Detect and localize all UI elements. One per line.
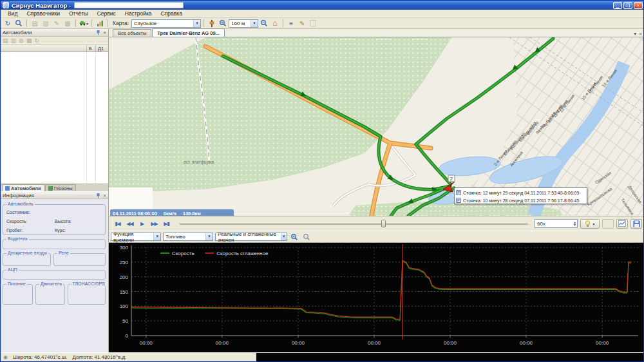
grid-button[interactable]: ▤	[30, 19, 40, 28]
chart-mode-select[interactable]: Функция времени▾	[111, 233, 161, 241]
zoom-in-button[interactable]	[218, 19, 228, 28]
map-tab-bar: Все объекты Трек Daimler-Benz AG 09... ▾…	[109, 29, 644, 37]
magnifier-minus-icon	[260, 19, 268, 27]
close-button[interactable]: ×	[634, 2, 643, 9]
tab-all-objects[interactable]: Все объекты	[113, 29, 151, 37]
chart-zoom-in-button[interactable]	[289, 233, 299, 242]
map-view[interactable]: 2 18-я Линия16-я Линия15-я Линия12-я Лин…	[109, 37, 644, 216]
track-slider-button[interactable]	[207, 19, 217, 28]
tab-vehicles[interactable]: Автомобили	[2, 184, 44, 191]
tab-track[interactable]: Трек Daimler-Benz AG 09...	[152, 28, 225, 37]
map-select[interactable]: CityGuide ▾	[131, 19, 201, 28]
group-title: Двигатель	[39, 281, 63, 286]
table-button[interactable]: ▦	[62, 19, 73, 28]
chart-values-select[interactable]: Реальные и сглаженные значен▾	[215, 233, 287, 241]
show-chart-button[interactable]	[616, 219, 628, 229]
tab-geozones[interactable]: Геозоны	[45, 184, 76, 191]
close-icon[interactable]: ×	[103, 30, 106, 35]
chart-param-select[interactable]: Топливо▾	[163, 233, 213, 241]
zoom-out-button[interactable]	[259, 19, 269, 28]
chevron-down-icon[interactable]: ▾	[634, 31, 636, 37]
notes-button[interactable]: ✎	[297, 19, 307, 28]
print-button[interactable]: ▤	[3, 37, 8, 44]
field-state: Состояние:	[6, 210, 30, 214]
status-bar: ◉ Широта: 46.47401°с.ш. Долгота: 41.4801…	[1, 352, 644, 362]
menu-item-вид[interactable]: Вид	[3, 10, 22, 17]
menu-item-настройка[interactable]: Настройка	[120, 10, 156, 17]
vehicles-panel-header: Автомобили ×	[1, 29, 108, 37]
empty-button[interactable]	[602, 219, 614, 229]
chevron-down-icon[interactable]: ▾	[281, 233, 287, 240]
vehicles-tab-icon	[5, 186, 10, 191]
main-toolbar: ↻ ▤ ▥ ✎ ▦ ▾ Карта: CityGuide ▾ 160 м ▾ ⌂…	[1, 18, 644, 29]
power-group: Питание	[3, 284, 33, 305]
chevron-down-icon[interactable]: ▾	[153, 233, 160, 240]
column-d1[interactable]: Д1	[95, 45, 108, 52]
driver-group: Водитель	[3, 239, 106, 249]
chevron-down-icon[interactable]: ▾	[592, 222, 594, 226]
report-chart-button[interactable]	[95, 19, 105, 28]
status-latitude: Широта: 46.47401°с.ш.	[13, 354, 67, 360]
play-button[interactable]: ▶	[136, 218, 148, 229]
chevron-down-icon[interactable]: ▾	[193, 20, 200, 27]
select-value: Реальные и сглаженные значен	[218, 231, 281, 243]
chevron-down-icon[interactable]: ▾	[251, 20, 258, 27]
spin-down-icon[interactable]: ▼	[573, 224, 576, 227]
edit-button[interactable]: ✎	[52, 19, 62, 28]
speed-spinbox[interactable]: 60x ▲▼	[535, 219, 578, 228]
layout-button[interactable]: ▥	[41, 19, 51, 28]
legend-label: Скорость	[172, 251, 194, 256]
fast-forward-button[interactable]: ▶▶	[148, 218, 160, 229]
menu-item-справочники[interactable]: Справочники	[22, 10, 64, 17]
slider-groove	[179, 223, 528, 225]
close-tab-icon[interactable]: ×	[639, 31, 642, 37]
timeline-slider[interactable]	[179, 218, 528, 229]
chevron-down-icon[interactable]: ▾	[205, 233, 213, 240]
track-style-button[interactable]: ▾	[580, 219, 600, 229]
menu-item-сервис[interactable]: Сервис	[93, 10, 120, 17]
columns-button[interactable]: ▥	[11, 37, 17, 44]
y-tick-label: 150	[120, 289, 129, 295]
maximize-button[interactable]: ❐	[623, 2, 632, 9]
vehicles-column-header: Б Д1	[1, 45, 108, 52]
refresh-list-button[interactable]: ↻	[34, 37, 39, 44]
group-button[interactable]: ◍	[19, 37, 24, 44]
app-icon	[3, 2, 9, 8]
status-dark-area	[256, 353, 644, 362]
tab-label: Автомобили	[11, 186, 41, 191]
close-icon[interactable]: ×	[103, 193, 106, 198]
chart-canvas[interactable]: 05010015020025030000:0000:0000:0000:0000…	[109, 243, 644, 352]
step-back-button[interactable]: ▮◀	[111, 218, 124, 229]
slider-thumb[interactable]	[381, 220, 386, 227]
map-select-label: Карта:	[113, 20, 129, 26]
home-button[interactable]: ⌂	[270, 19, 280, 28]
tab-label: Все объекты	[118, 30, 146, 36]
menu-item-справка[interactable]: Справка	[156, 10, 187, 17]
search-button[interactable]	[14, 19, 24, 28]
chart-zoom-out-button[interactable]	[301, 233, 312, 242]
field-course: Курс:	[55, 228, 66, 233]
right-area: Все объекты Трек Daimler-Benz AG 09... ▾…	[109, 29, 644, 352]
pin-icon[interactable]	[95, 30, 101, 35]
pin-icon[interactable]	[95, 193, 101, 198]
legend-list-button[interactable]: ≡	[286, 19, 296, 28]
overlay-distance: 140.8км	[183, 211, 201, 216]
vehicle-button[interactable]: ▾	[79, 19, 89, 28]
rewind-button[interactable]: ◀◀	[124, 218, 136, 229]
filter-button[interactable]: ▦	[26, 37, 32, 44]
minimize-button[interactable]: ▁	[613, 2, 622, 9]
column-b[interactable]: Б	[86, 45, 95, 52]
adc-group: АЦП	[3, 270, 106, 280]
title-bar: Сирнус Навигатор - ▁ ❐ ×	[1, 1, 644, 10]
step-forward-button[interactable]: ▶▮	[160, 218, 173, 229]
group-title: АЦП	[6, 267, 19, 272]
refresh-button[interactable]: ↻	[3, 19, 13, 28]
parking-icon: P	[456, 198, 461, 203]
diskette-icon	[633, 220, 640, 227]
info-panel: Автомобиль Состояние: Скорость: Высота: …	[1, 199, 108, 352]
menu-item-отчёты[interactable]: Отчёты	[64, 10, 93, 17]
bar-chart-icon	[97, 20, 104, 27]
scale-select[interactable]: 160 м ▾	[229, 19, 258, 28]
vehicles-tree[interactable]	[1, 52, 108, 184]
save-button[interactable]	[630, 219, 642, 229]
